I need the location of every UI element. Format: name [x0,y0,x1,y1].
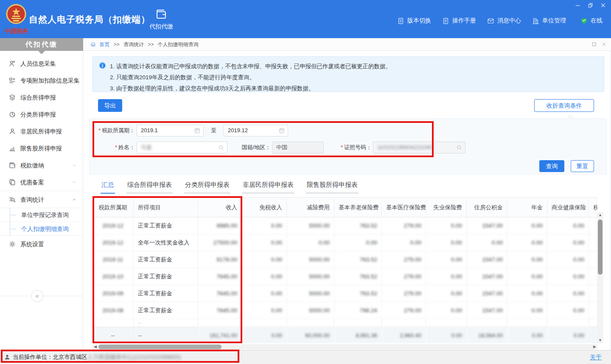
table-cell: 0.00 [507,302,547,319]
vscroll-thumb[interactable] [598,220,603,275]
table-cell: 0.00 [507,234,547,251]
query-button[interactable]: 查询 [539,160,564,172]
table-cell: 0.00 [507,285,547,302]
tab-item[interactable]: 综合所得申报表 [126,181,173,194]
breadcrumb-separator: >> [114,42,120,47]
period-to-input[interactable]: 2019.12 [224,125,288,136]
table-cell: 0.00 [382,234,426,251]
sidebar-item[interactable]: 税款缴纳 [0,157,83,174]
about-link[interactable]: 关于 [590,350,602,364]
gear-icon [8,240,16,248]
tab-active[interactable]: 汇总 [101,181,115,194]
sidebar-item-label: 专项附加扣除信息采集 [20,77,80,84]
calendar-icon[interactable] [278,127,285,134]
table-cell [507,319,547,327]
period-from-input[interactable]: 2019.1 [137,125,204,136]
nationality-input: 中国 [272,142,324,153]
breadcrumb-home[interactable]: 首页 [99,42,109,47]
table-cell: 1547.00 [467,302,507,319]
sidebar-item[interactable]: 系统设置 [0,236,83,253]
table-cell [589,285,597,302]
online-label: 在线 [591,17,603,25]
table-cell: 763.52 [334,268,382,285]
minimize-button[interactable] [575,2,582,8]
toggle-query-button[interactable]: 收折查询条件 [534,99,594,112]
user-icon [4,354,11,361]
sidebar-item[interactable]: 限售股所得申报 [0,140,83,157]
sidebar-item[interactable]: 查询统计 [0,191,83,208]
copy-icon [8,178,16,186]
sidebar-item-label: 人员信息采集 [20,60,56,67]
table-cell [334,319,382,327]
panel-close-icon[interactable] [601,42,607,47]
scroll-left-arrow[interactable]: ◀ [92,344,98,350]
name-input[interactable]: 马某 [137,142,227,153]
horizontal-scrollbar[interactable]: ◀ ▶ [92,344,597,350]
sidebar-item[interactable]: 专项附加扣除信息采集 [0,72,83,89]
online-status[interactable]: 在线 [580,17,603,25]
restore-button[interactable] [587,2,595,8]
table-cell: 基本医疗保险费 [382,198,426,217]
module-tab-label: 代扣代缴 [144,23,178,31]
topnav-item[interactable]: 消息中心 [487,17,521,25]
table-cell: 0.00 [242,268,287,285]
tab-item[interactable]: 限售股所得申报表 [306,181,359,194]
sidebar-item[interactable]: 非居民所得申报 [0,123,83,140]
table-cell: 税延养老保险 [589,198,597,217]
sidebar-subitem[interactable]: 单位申报记录查询 [0,208,83,222]
panel-controls [591,38,607,47]
sidebar-subitem[interactable]: 个人扣缴明细查询 [0,222,83,235]
sidebar-item[interactable]: 分类所得申报 [0,106,83,123]
table-cell: 279.00 [382,268,426,285]
search-icon[interactable] [218,144,224,151]
topnav-item[interactable]: 操作手册 [442,17,476,25]
scroll-right-arrow[interactable]: ▶ [592,344,597,350]
table-cell: 27500.00 [198,234,242,251]
table-cell: 2019-09 [92,285,134,302]
table-cell: 减除费用 [287,198,334,217]
tab-item[interactable]: 分类所得申报表 [184,181,230,194]
topnav-item[interactable]: 单位管理 [532,17,566,25]
table-cell: 基本养老保险费 [334,198,382,217]
vertical-scrollbar[interactable]: ▲ ▼ [597,212,603,343]
sidebar-collapse-button[interactable]: « [31,290,43,302]
panel-maximize-icon[interactable] [591,42,597,47]
layers-icon [8,94,16,101]
breadcrumb-item-current: 个人扣缴明细查询 [158,42,199,47]
hscroll-thumb[interactable] [98,345,221,349]
app-window: 中国税务 自然人电子税务局（扣缴端） 代扣代缴 版本切换操作手册消息中心单位管理… [0,0,611,364]
table-cell: 0.00 [426,217,467,234]
table-cell: 0.00 [547,285,589,302]
status-bar: 当前操作单位：北京市西城区人力资源服务中心(12110102399805) 关于 [0,350,611,364]
table-cell: 7645.00 [198,268,242,285]
sidebar-item-label: 系统设置 [20,241,44,247]
chart-icon [8,144,16,152]
scroll-down-arrow[interactable]: ▼ [597,337,603,343]
person-icon [8,128,16,135]
search-icon[interactable] [456,144,462,151]
table-cell: 1547.00 [467,217,507,234]
export-button[interactable]: 导出 [98,99,122,112]
sidebar-item[interactable]: 综合所得申报 [0,89,83,106]
table-cell [589,217,597,234]
tab-item[interactable]: 非居民所得申报表 [242,181,294,194]
table-row: 2019-09正常工资薪金7645.000.005000.00763.52279… [92,285,597,302]
notice-line: 1. 该查询统计表仅能查询已申报成功的数据，不包含未申报、申报失败，已申报但已作… [110,61,596,72]
sidebar-item[interactable]: 优惠备案 [0,174,83,191]
table-row: 2019-10正常工资薪金7645.000.005000.00763.52279… [92,268,597,285]
home-icon [90,41,96,47]
table-cell: 0.00 [507,251,547,268]
table-cell: -- [134,327,198,343]
reset-button[interactable]: 重置 [571,160,594,172]
topnav-item[interactable]: 版本切换 [397,17,431,25]
scroll-up-arrow[interactable]: ▲ [597,212,603,218]
cert-input[interactable]: 110102199304221040 [373,142,465,153]
table-cell: 住房公积金 [467,198,507,217]
calendar-icon[interactable] [194,127,201,134]
table-cell: 失业保险费 [426,198,467,217]
table-cell: 2,960.40 [382,327,426,343]
module-tab-daikou[interactable]: 代扣代缴 [144,6,178,36]
sidebar-item[interactable]: 人员信息采集 [0,55,83,72]
table-cell: 18,564.00 [467,327,507,343]
close-button[interactable] [600,2,608,8]
